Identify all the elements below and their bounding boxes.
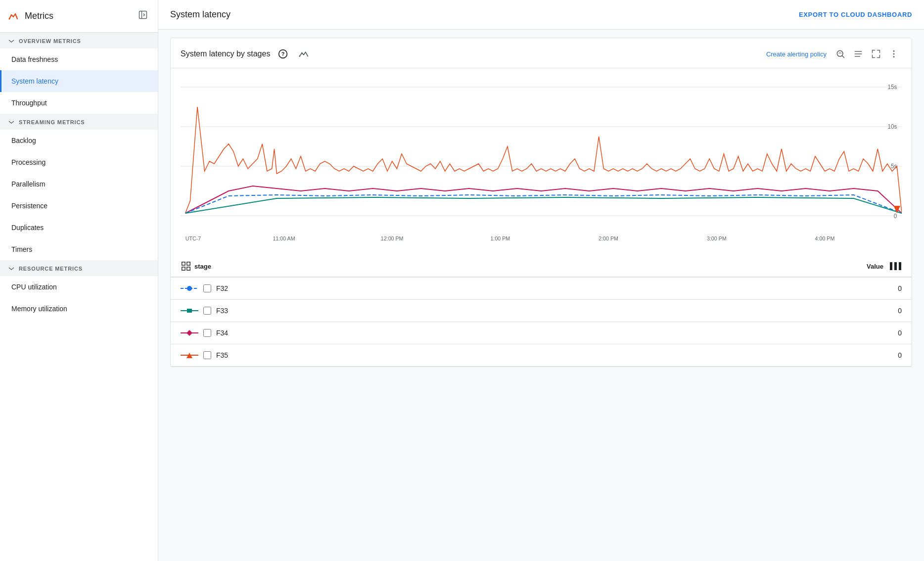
svg-text:12:00 PM: 12:00 PM: [381, 235, 404, 241]
section-streaming-label: STREAMING METRICS: [19, 119, 85, 125]
svg-text:4:00 PM: 4:00 PM: [815, 235, 835, 241]
columns-icon: [889, 262, 902, 270]
chevron-down-icon-3: [8, 265, 15, 272]
svg-point-12: [893, 53, 895, 55]
svg-text:15s: 15s: [887, 84, 897, 91]
svg-text:2:00 PM: 2:00 PM: [599, 235, 618, 241]
stage-cell-f32: F32: [171, 277, 579, 300]
brand: Metrics: [8, 10, 53, 22]
brand-label: Metrics: [25, 11, 53, 21]
line-chart-icon: [298, 48, 309, 59]
table-row: F35 0: [171, 344, 912, 367]
svg-rect-31: [187, 262, 190, 265]
svg-rect-1: [139, 11, 147, 19]
stage-label-f33: F33: [216, 307, 228, 315]
chevron-down-icon: [8, 38, 15, 45]
svg-point-6: [301, 52, 303, 54]
chart-area: 15s 10s 5s 0: [171, 68, 912, 252]
chart-type-button[interactable]: [296, 46, 312, 62]
chart-svg: 15s 10s 5s 0: [181, 72, 902, 252]
value-col-label: Value: [867, 263, 883, 270]
stage-label-f35: F35: [216, 351, 228, 359]
sidebar-item-throughput[interactable]: Throughput: [0, 92, 158, 114]
table-row: F34 0: [171, 322, 912, 344]
svg-text:11:00 AM: 11:00 AM: [273, 235, 295, 241]
legend-checkbox-f33[interactable]: [203, 307, 211, 315]
svg-point-13: [893, 56, 895, 57]
more-options-button[interactable]: [886, 46, 902, 62]
legend-checkbox-f35[interactable]: [203, 351, 211, 359]
sidebar-item-cpu[interactable]: CPU utilization: [0, 276, 158, 298]
svg-point-11: [893, 50, 895, 52]
table-row: F33 0: [171, 300, 912, 322]
value-cell-f34: 0: [579, 322, 912, 344]
section-resource: RESOURCE METRICS: [0, 260, 158, 276]
table-row: F32 0: [171, 277, 912, 300]
sidebar-item-memory[interactable]: Memory utilization: [0, 298, 158, 320]
svg-rect-32: [182, 267, 185, 270]
more-vert-icon: [889, 49, 899, 59]
svg-rect-8: [855, 51, 862, 52]
svg-text:5s: 5s: [891, 163, 897, 170]
stage-cell-f33: F33: [171, 300, 579, 322]
svg-text:?: ?: [281, 51, 285, 57]
sidebar-item-parallelism[interactable]: Parallelism: [0, 173, 158, 195]
fullscreen-icon: [871, 49, 881, 59]
legend-line-f34: [181, 329, 198, 337]
svg-marker-39: [186, 330, 192, 336]
create-alert-button[interactable]: Create alerting policy: [762, 47, 831, 61]
metrics-icon: [8, 10, 20, 22]
chart-card-header: System latency by stages ?: [171, 38, 912, 68]
svg-point-35: [187, 286, 192, 291]
svg-text:10s: 10s: [887, 123, 897, 130]
legend-checkbox-f32[interactable]: [203, 284, 211, 292]
legend-line-f35: [181, 351, 198, 359]
sidebar-item-backlog[interactable]: Backlog: [0, 130, 158, 151]
chart-actions: Create alerting policy: [762, 46, 902, 62]
value-cell-f33: 0: [579, 300, 912, 322]
stage-label-f32: F32: [216, 284, 228, 292]
sidebar-item-timers[interactable]: Timers: [0, 238, 158, 260]
legend-button[interactable]: [850, 46, 866, 62]
svg-text:3:00 PM: 3:00 PM: [707, 235, 727, 241]
help-button[interactable]: ?: [275, 46, 291, 62]
chart-panel: System latency by stages ?: [158, 30, 924, 561]
svg-rect-30: [182, 262, 185, 265]
search-icon: [835, 49, 845, 59]
sidebar-item-persistence[interactable]: Persistence: [0, 195, 158, 217]
sidebar-item-system-latency[interactable]: System latency: [0, 70, 158, 92]
stage-cell-f34: F34: [171, 322, 579, 344]
stage-column-header: stage: [171, 256, 579, 277]
svg-rect-33: [187, 267, 190, 270]
grid-icon: [181, 261, 191, 272]
svg-rect-10: [855, 56, 861, 57]
svg-text:UTC-7: UTC-7: [185, 235, 201, 241]
section-resource-label: RESOURCE METRICS: [19, 266, 83, 272]
stage-cell-f35: F35: [171, 344, 579, 367]
collapse-button[interactable]: [136, 8, 150, 24]
collapse-icon: [138, 10, 148, 20]
section-streaming: STREAMING METRICS: [0, 114, 158, 130]
legend-checkbox-f34[interactable]: [203, 329, 211, 337]
export-button[interactable]: EXPORT TO CLOUD DASHBOARD: [799, 11, 912, 18]
sidebar-item-data-freshness[interactable]: Data freshness: [0, 48, 158, 70]
page-title: System latency: [170, 9, 231, 20]
value-cell-f32: 0: [579, 277, 912, 300]
svg-text:0: 0: [894, 213, 897, 220]
section-overview-label: OVERVIEW METRICS: [19, 38, 81, 44]
legend-icon: [853, 49, 863, 59]
value-cell-f35: 0: [579, 344, 912, 367]
sidebar-item-duplicates[interactable]: Duplicates: [0, 217, 158, 238]
sidebar-header: Metrics: [0, 0, 158, 33]
legend-line-f33: [181, 307, 198, 315]
chart-title: System latency by stages: [181, 49, 270, 58]
stage-col-label: stage: [194, 263, 211, 270]
svg-point-0: [9, 18, 10, 19]
legend-line-f32: [181, 284, 198, 292]
fullscreen-button[interactable]: [868, 46, 884, 62]
search-button[interactable]: [832, 46, 848, 62]
sidebar-item-processing[interactable]: Processing: [0, 151, 158, 173]
value-column-header: Value: [579, 256, 912, 277]
time-series-chart: 15s 10s 5s 0: [181, 72, 902, 250]
legend-table: stage Value: [171, 256, 912, 367]
